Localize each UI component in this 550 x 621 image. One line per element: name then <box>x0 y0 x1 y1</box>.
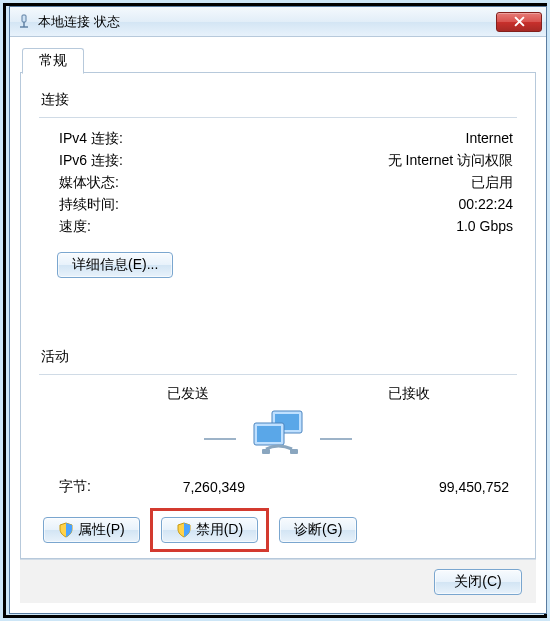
media-value: 已启用 <box>471 174 513 192</box>
row-ipv6: IPv6 连接 无 Internet 访问权限 <box>39 150 517 172</box>
details-button-label: 详细信息(E)... <box>72 256 158 274</box>
client-area: 常规 连接 IPv4 连接 Internet IPv6 连接 无 Interne… <box>10 37 546 613</box>
svg-rect-5 <box>257 426 281 442</box>
close-button[interactable]: 关闭(C) <box>434 569 522 595</box>
dash-left <box>204 438 236 440</box>
connection-section-title: 连接 <box>41 91 517 109</box>
media-label: 媒体状态 <box>59 174 119 192</box>
tab-strip: 常规 <box>20 45 536 73</box>
window-title: 本地连接 状态 <box>38 13 496 31</box>
duration-value: 00:22:24 <box>459 196 514 214</box>
divider <box>39 374 517 375</box>
properties-button[interactable]: 属性(P) <box>43 517 140 543</box>
dash-right <box>320 438 352 440</box>
bytes-row: 字节 7,260,349 99,450,752 <box>39 478 517 496</box>
bytes-received: 99,450,752 <box>355 479 513 495</box>
svg-rect-0 <box>22 15 26 22</box>
ipv4-value: Internet <box>466 130 513 148</box>
activity-section-title: 活动 <box>41 348 517 366</box>
action-button-row: 属性(P) 禁用(D) 诊断(G) <box>39 514 517 546</box>
close-icon[interactable] <box>496 12 542 32</box>
diagnose-button-label: 诊断(G) <box>294 521 342 539</box>
tab-general[interactable]: 常规 <box>22 48 84 74</box>
dialog-footer: 关闭(C) <box>20 559 536 603</box>
row-media: 媒体状态 已启用 <box>39 172 517 194</box>
row-duration: 持续时间 00:22:24 <box>39 194 517 216</box>
highlight-box: 禁用(D) <box>150 508 269 552</box>
tab-label: 常规 <box>39 52 67 70</box>
received-label: 已接收 <box>338 385 499 403</box>
speed-value: 1.0 Gbps <box>456 218 513 236</box>
activity-header: 已发送 已接收 <box>39 385 517 403</box>
shield-icon <box>176 522 192 538</box>
ipv6-label: IPv6 连接 <box>59 152 123 170</box>
svg-rect-6 <box>262 449 270 454</box>
screenshot-frame: 本地连接 状态 常规 连接 IPv4 连接 Internet IPv6 连接 无… <box>3 3 547 618</box>
row-speed: 速度 1.0 Gbps <box>39 216 517 238</box>
properties-button-label: 属性(P) <box>78 521 125 539</box>
tab-body: 连接 IPv4 连接 Internet IPv6 连接 无 Internet 访… <box>20 73 536 559</box>
svg-rect-7 <box>290 449 298 454</box>
diagnose-button[interactable]: 诊断(G) <box>279 517 357 543</box>
disable-button[interactable]: 禁用(D) <box>161 517 258 543</box>
disable-button-label: 禁用(D) <box>196 521 243 539</box>
divider <box>39 117 517 118</box>
sent-label: 已发送 <box>57 385 258 403</box>
duration-label: 持续时间 <box>59 196 119 214</box>
titlebar[interactable]: 本地连接 状态 <box>10 7 546 37</box>
activity-graphic <box>39 409 517 468</box>
ipv6-value: 无 Internet 访问权限 <box>388 152 513 170</box>
bytes-sent: 7,260,349 <box>91 479 285 495</box>
bytes-label: 字节 <box>59 478 91 496</box>
network-icon <box>16 14 32 30</box>
details-button[interactable]: 详细信息(E)... <box>57 252 173 278</box>
row-ipv4: IPv4 连接 Internet <box>39 128 517 150</box>
dialog-window: 本地连接 状态 常规 连接 IPv4 连接 Internet IPv6 连接 无… <box>9 6 547 614</box>
speed-label: 速度 <box>59 218 91 236</box>
close-button-label: 关闭(C) <box>454 573 501 591</box>
shield-icon <box>58 522 74 538</box>
computers-icon <box>246 409 310 468</box>
ipv4-label: IPv4 连接 <box>59 130 123 148</box>
